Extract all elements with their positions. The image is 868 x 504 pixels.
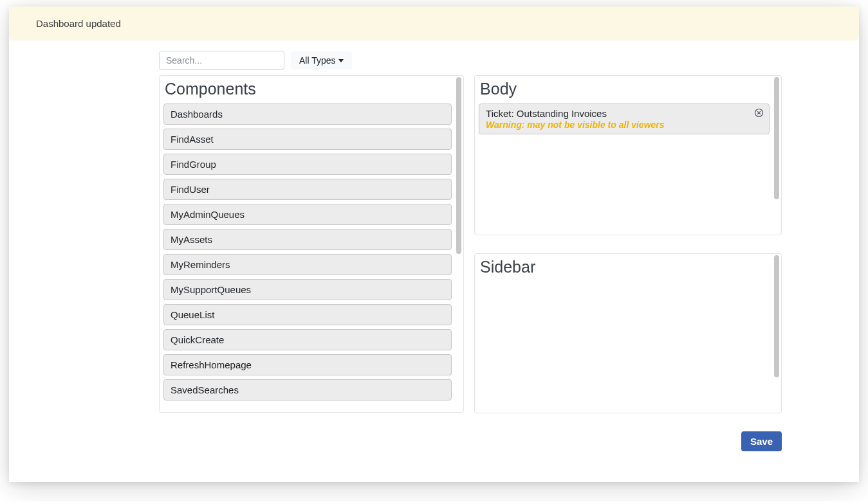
type-filter-dropdown[interactable]: All Types	[291, 51, 352, 69]
component-item[interactable]: MyReminders	[163, 254, 452, 275]
component-item[interactable]: QuickCreate	[163, 329, 452, 350]
component-item-label: FindUser	[171, 184, 210, 195]
sidebar-title: Sidebar	[480, 258, 770, 276]
component-item-label: QuickCreate	[171, 334, 224, 345]
components-panel-inner: Components Dashboards FindAsset FindGrou…	[160, 76, 456, 412]
right-column: Body Ticket: Outstanding Invoices Warnin…	[474, 75, 782, 413]
components-panel: Components Dashboards FindAsset FindGrou…	[159, 75, 464, 413]
save-button[interactable]: Save	[741, 431, 782, 451]
scrollbar[interactable]	[773, 255, 780, 411]
sidebar-panel: Sidebar	[474, 253, 782, 413]
page-shell: Dashboard updated All Types Components D…	[9, 6, 859, 482]
component-item[interactable]: Dashboards	[163, 104, 452, 125]
components-title: Components	[165, 80, 452, 98]
body-title: Body	[480, 80, 770, 98]
chevron-down-icon	[338, 59, 344, 62]
component-item-label: MyAdminQueues	[171, 209, 245, 220]
component-item-label: MyAssets	[171, 234, 212, 245]
component-item[interactable]: FindGroup	[163, 154, 452, 175]
scrollbar-thumb[interactable]	[774, 255, 779, 377]
body-panel-inner: Body Ticket: Outstanding Invoices Warnin…	[475, 76, 773, 235]
scrollbar-thumb[interactable]	[774, 77, 779, 199]
body-panel: Body Ticket: Outstanding Invoices Warnin…	[474, 75, 782, 235]
component-item[interactable]: MySupportQueues	[163, 279, 452, 300]
body-item[interactable]: Ticket: Outstanding Invoices Warning: ma…	[479, 104, 770, 134]
alert-banner: Dashboard updated	[9, 6, 859, 40]
component-item-label: FindGroup	[171, 159, 216, 170]
component-item[interactable]: FindAsset	[163, 129, 452, 150]
remove-icon[interactable]	[754, 108, 764, 118]
component-item-label: Dashboards	[171, 109, 223, 120]
component-item[interactable]: SavedSearches	[163, 379, 452, 401]
save-row: Save	[9, 431, 782, 451]
scrollbar-thumb[interactable]	[456, 77, 461, 254]
panels-wrap: Components Dashboards FindAsset FindGrou…	[159, 75, 782, 413]
components-column: Components Dashboards FindAsset FindGrou…	[159, 75, 464, 413]
component-item-label: SavedSearches	[171, 384, 239, 395]
type-filter-label: All Types	[299, 55, 336, 66]
component-item[interactable]: FindUser	[163, 179, 452, 200]
component-item-label: MySupportQueues	[171, 284, 251, 295]
component-item[interactable]: QueueList	[163, 304, 452, 325]
alert-message: Dashboard updated	[36, 18, 121, 29]
component-item[interactable]: RefreshHomepage	[163, 354, 452, 375]
scrollbar[interactable]	[773, 77, 780, 233]
component-item-label: MyReminders	[171, 259, 230, 270]
component-item-label: FindAsset	[171, 134, 214, 145]
body-item-warning: Warning: may not be visible to all viewe…	[486, 120, 762, 130]
body-item-title: Ticket: Outstanding Invoices	[486, 108, 762, 119]
component-item[interactable]: MyAdminQueues	[163, 204, 452, 225]
component-item-label: RefreshHomepage	[171, 359, 252, 370]
sidebar-panel-inner: Sidebar	[475, 254, 773, 413]
toolbar: All Types	[159, 51, 859, 70]
search-input[interactable]	[159, 51, 284, 70]
save-button-label: Save	[750, 436, 773, 447]
component-item-label: QueueList	[171, 309, 214, 320]
scrollbar[interactable]	[456, 77, 462, 411]
component-item[interactable]: MyAssets	[163, 229, 452, 250]
